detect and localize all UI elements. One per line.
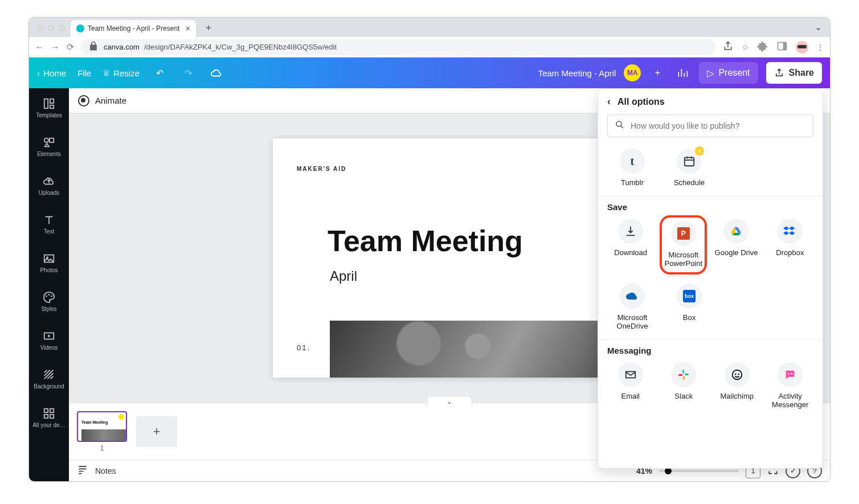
share-option-onedrive[interactable]: Microsoft OneDrive xyxy=(607,284,657,330)
share-panel-title: All options xyxy=(617,97,665,107)
rail-uploads[interactable]: Uploads xyxy=(29,166,69,204)
share-gdrive-label: Google Drive xyxy=(715,248,758,257)
svg-point-26 xyxy=(738,374,739,375)
present-label: Present xyxy=(718,68,750,78)
home-label: Home xyxy=(43,68,66,78)
share-button[interactable]: Share xyxy=(766,62,822,84)
resize-button[interactable]: ♕ Resize xyxy=(103,68,140,78)
profile-avatar-icon[interactable] xyxy=(796,41,808,54)
share-search-input[interactable] xyxy=(631,121,806,130)
back-icon[interactable]: ‹ xyxy=(607,96,611,108)
share-option-dropbox[interactable]: Dropbox xyxy=(767,219,813,270)
rail-photos-label: Photos xyxy=(40,267,58,273)
traffic-light-minimize[interactable] xyxy=(48,25,54,31)
share-powerpoint-label: Microsoft PowerPoint xyxy=(663,251,703,268)
user-avatar[interactable]: MA xyxy=(624,64,641,81)
slide[interactable]: MAKER'S AID Team Meeting April 01. xyxy=(273,138,626,378)
activity-messenger-icon xyxy=(778,362,803,387)
reload-icon[interactable]: ⟳ xyxy=(67,42,74,52)
rail-videos[interactable]: Videos xyxy=(29,321,69,359)
onedrive-icon xyxy=(620,284,645,309)
sidepanel-icon[interactable] xyxy=(776,40,788,54)
home-button[interactable]: ‹ Home xyxy=(37,68,66,78)
rail-templates-label: Templates xyxy=(36,112,62,118)
svg-rect-18 xyxy=(685,158,694,166)
traffic-light-zoom[interactable] xyxy=(59,25,65,31)
share-option-google-drive[interactable]: Google Drive xyxy=(713,219,759,270)
slack-icon xyxy=(671,362,696,387)
share-option-schedule[interactable]: ♕ Schedule xyxy=(664,149,714,187)
animate-button[interactable]: Animate xyxy=(95,96,126,105)
rail-text[interactable]: Text xyxy=(29,204,69,243)
window-controls[interactable] xyxy=(37,25,65,31)
rail-videos-label: Videos xyxy=(40,345,58,351)
forward-icon[interactable]: → xyxy=(51,42,60,52)
share-schedule-label: Schedule xyxy=(674,178,705,187)
calendar-icon: ♕ xyxy=(677,149,702,174)
rail-background[interactable]: Background xyxy=(29,359,69,398)
section-messaging: Messaging xyxy=(598,339,823,358)
document-title[interactable]: Team Meeting - April xyxy=(538,68,616,78)
extensions-icon[interactable] xyxy=(757,40,768,54)
slide-image xyxy=(330,321,626,378)
slide-thumbnail[interactable]: Team Meeting xyxy=(77,411,127,442)
rail-all-designs-label: All your de… xyxy=(32,422,65,428)
present-button[interactable]: ▷ Present xyxy=(699,62,758,84)
share-option-mailchimp[interactable]: Mailchimp xyxy=(714,362,760,409)
share-option-download[interactable]: Download xyxy=(607,219,654,270)
svg-rect-4 xyxy=(50,105,54,108)
share-email-label: Email xyxy=(621,392,640,400)
rail-photos[interactable]: Photos xyxy=(29,243,69,282)
share-dropbox-label: Dropbox xyxy=(776,248,804,257)
animate-icon[interactable] xyxy=(78,95,89,106)
share-option-powerpoint[interactable]: P Microsoft PowerPoint xyxy=(660,215,707,274)
rail-background-label: Background xyxy=(34,383,64,390)
new-tab-button[interactable]: + xyxy=(201,20,216,36)
undo-icon[interactable]: ↶ xyxy=(151,64,168,81)
zoom-slider[interactable] xyxy=(659,470,739,472)
collapse-filmstrip-icon[interactable]: ⌄ xyxy=(427,396,472,406)
traffic-light-close[interactable] xyxy=(37,25,43,31)
share-url-icon[interactable] xyxy=(722,40,734,54)
canva-top-bar: ‹ Home File ♕ Resize ↶ ↷ Team Meeting - … xyxy=(29,58,830,88)
share-panel: ‹ All options t Tumblr ♕ Schedule Save xyxy=(598,88,823,469)
svg-point-24 xyxy=(733,370,742,380)
powerpoint-icon: P xyxy=(671,221,696,246)
rail-all-designs[interactable]: All your de… xyxy=(29,398,69,437)
close-tab-icon[interactable]: × xyxy=(186,24,190,33)
add-slide-button[interactable]: + xyxy=(136,416,177,447)
svg-rect-2 xyxy=(44,99,48,108)
browser-tab[interactable]: Team Meeting - April - Present × xyxy=(71,20,196,37)
download-icon xyxy=(618,219,643,244)
share-option-tumblr[interactable]: t Tumblr xyxy=(607,149,657,187)
rail-styles[interactable]: Styles xyxy=(29,282,69,321)
kebab-menu-icon[interactable]: ⋮ xyxy=(816,43,824,52)
notes-button[interactable]: Notes xyxy=(95,466,116,476)
file-menu[interactable]: File xyxy=(77,68,91,78)
share-option-box[interactable]: box Box xyxy=(664,284,714,330)
insights-icon[interactable] xyxy=(674,64,691,81)
svg-point-28 xyxy=(791,373,793,375)
rail-styles-label: Styles xyxy=(41,306,56,312)
svg-rect-14 xyxy=(50,408,54,412)
cloud-sync-icon[interactable] xyxy=(208,64,225,81)
chevron-left-icon: ‹ xyxy=(37,68,40,78)
add-collaborator-icon[interactable]: + xyxy=(649,64,666,81)
rail-templates[interactable]: Templates xyxy=(29,88,69,127)
star-icon[interactable]: ☆ xyxy=(742,43,749,52)
back-icon[interactable]: ← xyxy=(35,42,44,52)
rail-elements[interactable]: Elements xyxy=(29,127,69,166)
section-save: Save xyxy=(598,196,823,214)
tab-overflow-icon[interactable]: ⌄ xyxy=(815,22,822,32)
share-option-activity-messenger[interactable]: Activity Messenger xyxy=(767,362,814,409)
svg-point-9 xyxy=(46,295,47,297)
notes-icon[interactable] xyxy=(77,464,88,477)
share-option-slack[interactable]: Slack xyxy=(661,362,707,409)
share-download-label: Download xyxy=(614,248,647,257)
lock-icon xyxy=(88,40,99,54)
browser-address-bar: ← → ⟳ canva.com/design/DAFAkZPK4_k/Cw_3g… xyxy=(29,37,830,58)
redo-icon[interactable]: ↷ xyxy=(179,64,197,81)
url-input[interactable]: canva.com/design/DAFAkZPK4_k/Cw_3g_PQE9E… xyxy=(81,39,715,55)
share-option-email[interactable]: Email xyxy=(607,362,654,409)
share-search[interactable] xyxy=(607,114,813,137)
